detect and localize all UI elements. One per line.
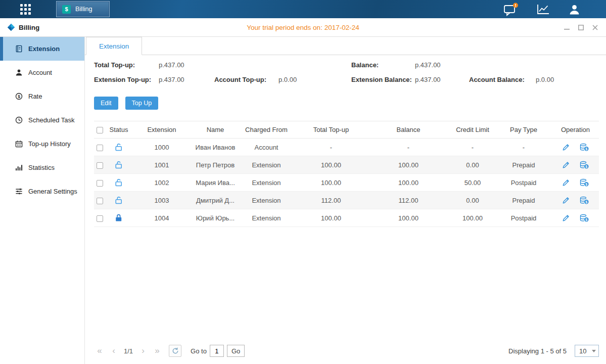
- edit-icon[interactable]: [562, 196, 570, 204]
- maximize-button[interactable]: [577, 23, 585, 31]
- refresh-button[interactable]: [169, 345, 181, 357]
- main-content: Extension Total Top-up: p.437.00 Balance…: [85, 37, 606, 364]
- extension-topup-value: p.437.00: [159, 76, 214, 83]
- page-size-select[interactable]: 10: [575, 345, 599, 357]
- extension-balance-label: Extension Balance:: [351, 76, 415, 83]
- next-page-button[interactable]: ›: [137, 345, 149, 356]
- billing-tab-label: Billing: [75, 6, 92, 13]
- column-credit-limit: Credit Limit: [450, 121, 495, 139]
- edit-icon[interactable]: [562, 161, 570, 169]
- sidebar-item-rate[interactable]: $ Rate: [0, 84, 84, 108]
- svg-text:$: $: [586, 147, 588, 151]
- table-row[interactable]: 1003 Дмитрий Д... Extension 112.00 112.0…: [94, 192, 599, 209]
- top-up-icon[interactable]: $: [580, 161, 589, 169]
- notifications-icon[interactable]: [503, 3, 519, 16]
- row-checkbox[interactable]: [97, 198, 103, 204]
- app-launcher-icon[interactable]: [20, 4, 31, 15]
- unlocked-icon: [115, 178, 122, 187]
- name-cell: Юрий Юрь...: [193, 209, 238, 227]
- column-name: Name: [193, 121, 238, 139]
- top-up-icon[interactable]: $: [580, 214, 589, 222]
- page-indicator: 1/1: [124, 347, 133, 355]
- sidebar-item-scheduled-task[interactable]: Scheduled Task: [0, 108, 84, 132]
- top-up-icon[interactable]: $: [580, 143, 589, 151]
- total-topup-cell: -: [295, 139, 367, 156]
- top-up-icon[interactable]: $: [580, 178, 589, 187]
- edit-icon[interactable]: [562, 143, 570, 151]
- edit-button[interactable]: Edit: [94, 97, 118, 110]
- balance-cell: 100.00: [367, 209, 450, 227]
- refresh-icon: [172, 347, 179, 354]
- window-title: Billing: [7, 23, 39, 31]
- edit-icon[interactable]: [562, 178, 570, 187]
- select-all-checkbox[interactable]: [97, 127, 103, 133]
- svg-text:$: $: [586, 165, 588, 169]
- last-page-button[interactable]: »: [152, 345, 163, 356]
- edit-icon[interactable]: [562, 214, 570, 222]
- minimize-button[interactable]: [563, 23, 571, 31]
- total-topup-label: Total Top-up:: [94, 61, 159, 69]
- extension-topup-label: Extension Top-up:: [94, 76, 159, 83]
- top-up-button[interactable]: Top Up: [125, 97, 159, 110]
- credit-limit-cell: 0.00: [450, 156, 495, 174]
- row-checkbox[interactable]: [97, 215, 103, 222]
- go-button[interactable]: Go: [227, 345, 245, 357]
- calendar-icon: [15, 140, 23, 148]
- sidebar-item-extension[interactable]: Extension: [0, 37, 84, 61]
- extension-cell: 1001: [130, 156, 193, 174]
- balance-cell: -: [367, 139, 450, 156]
- top-up-icon[interactable]: $: [580, 196, 589, 204]
- pagination-bar: « ‹ 1/1 › » Go to Go Displaying 1 - 5 of…: [94, 345, 599, 364]
- table-row[interactable]: 1000 Иван Иванов Account - - - - $: [94, 139, 599, 156]
- credit-limit-cell: 100.00: [450, 209, 495, 227]
- svg-text:$: $: [586, 200, 588, 204]
- billing-app-tab[interactable]: $ Billing: [56, 1, 110, 17]
- tab-extension[interactable]: Extension: [86, 37, 142, 55]
- balance-value: p.437.00: [415, 61, 469, 69]
- charged-from-cell: Extension: [238, 156, 295, 174]
- close-button[interactable]: [591, 23, 599, 31]
- svg-text:$: $: [18, 94, 20, 99]
- table-body: 1000 Иван Иванов Account - - - - $: [94, 139, 599, 227]
- column-status: Status: [107, 121, 130, 139]
- sidebar-item-account[interactable]: Account: [0, 61, 84, 84]
- account-balance-value: p.0.00: [536, 76, 599, 83]
- displaying-count: Displaying 1 - 5 of 5: [508, 347, 567, 355]
- sidebar-item-statistics[interactable]: Statistics: [0, 156, 84, 179]
- column-operation: Operation: [552, 121, 599, 139]
- table-row[interactable]: 1004 Юрий Юрь... Extension 100.00 100.00…: [94, 209, 599, 227]
- clock-icon: [15, 116, 23, 124]
- account-topup-value: p.0.00: [278, 76, 351, 83]
- bar-chart-icon: [15, 164, 23, 171]
- dollar-icon: $: [62, 5, 71, 14]
- table-row[interactable]: 1002 Мария Ива... Extension 100.00 100.0…: [94, 174, 599, 192]
- table-row[interactable]: 1001 Петр Петров Extension 100.00 100.00…: [94, 156, 599, 174]
- reports-chart-icon[interactable]: [537, 4, 550, 15]
- rate-icon: $: [15, 93, 23, 100]
- row-checkbox[interactable]: [97, 180, 103, 187]
- window-title-bar: Billing Your trial period ends on: 2017-…: [0, 18, 606, 37]
- prev-page-button[interactable]: ‹: [108, 345, 119, 356]
- extension-cell: 1002: [130, 174, 193, 192]
- pay-type-cell: Prepaid: [495, 192, 552, 209]
- user-account-icon[interactable]: [568, 3, 581, 16]
- sidebar-item-label: Top-up History: [28, 140, 71, 148]
- first-page-button[interactable]: «: [94, 345, 105, 356]
- sidebar-item-label: Account: [28, 69, 52, 76]
- sidebar-item-general-settings[interactable]: General Settings: [0, 179, 84, 203]
- name-cell: Дмитрий Д...: [193, 192, 238, 209]
- pay-type-cell: Postpaid: [495, 209, 552, 227]
- pay-type-cell: Prepaid: [495, 156, 552, 174]
- row-checkbox[interactable]: [97, 162, 103, 169]
- pay-type-cell: -: [495, 139, 552, 156]
- total-topup-cell: 100.00: [295, 209, 367, 227]
- charged-from-cell: Account: [238, 139, 295, 156]
- sidebar-item-topup-history[interactable]: Top-up History: [0, 132, 84, 156]
- row-checkbox[interactable]: [97, 145, 103, 151]
- goto-page-input[interactable]: [210, 345, 224, 357]
- total-topup-cell: 100.00: [295, 156, 367, 174]
- sidebar-item-label: Extension: [28, 45, 60, 53]
- account-balance-label: Account Balance:: [469, 76, 536, 83]
- sidebar-item-label: Scheduled Task: [28, 116, 75, 124]
- top-bar: $ Billing: [0, 0, 606, 18]
